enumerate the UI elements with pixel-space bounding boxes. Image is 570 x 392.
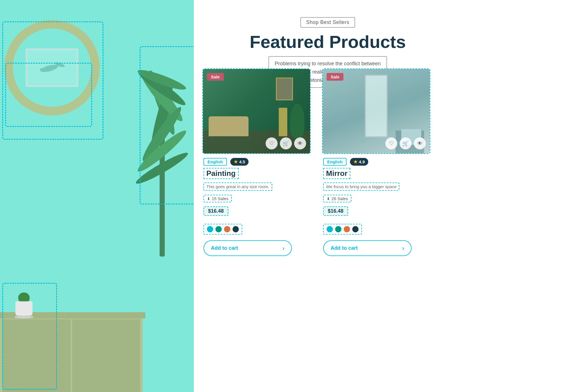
color-swatches-1 bbox=[203, 224, 242, 235]
rating-value-1: 4.5 bbox=[239, 159, 245, 164]
product-desc-text-1: This goes great in any size room. bbox=[203, 182, 272, 191]
swatch-2-teal bbox=[327, 226, 333, 232]
product-name-text-1: Painting bbox=[203, 168, 239, 179]
price-wrapper-2: $16.48 bbox=[323, 206, 429, 219]
add-to-cart-button-2[interactable]: Add to cart › bbox=[323, 240, 412, 256]
cart-button-1[interactable]: 🛒 bbox=[280, 137, 292, 149]
product-card-2: Sale ♡ 🛒 👁 English ★ 4.9 Mirror bbox=[322, 68, 430, 256]
swatch-2-green bbox=[335, 226, 341, 232]
swatch-2-orange bbox=[344, 226, 350, 232]
section-label-text: Shop Best Sellers bbox=[300, 17, 355, 28]
product-desc-wrapper-2: We focus to bring you a bigger space bbox=[323, 182, 429, 193]
language-tag-2: English bbox=[323, 158, 347, 166]
product-image-2: Sale ♡ 🛒 👁 bbox=[322, 68, 430, 154]
star-icon-1: ★ bbox=[234, 159, 238, 164]
product-name-1: Painting bbox=[203, 168, 310, 181]
product-info-1: English ★ 4.5 Painting This goes great i… bbox=[202, 158, 311, 256]
swatch-1-green bbox=[215, 226, 222, 232]
page-title: Featured Products bbox=[245, 32, 410, 52]
product-name-text-2: Mirror bbox=[323, 168, 350, 179]
product-info-2: English ★ 4.9 Mirror We focus to bring y… bbox=[322, 158, 430, 256]
add-to-cart-label-2: Add to cart bbox=[331, 245, 358, 251]
product-desc-wrapper-1: This goes great in any size room. bbox=[203, 182, 310, 193]
sale-badge-2: Sale bbox=[327, 73, 343, 81]
products-grid: Sale ♡ 🛒 👁 English ★ 4.5 Painting bbox=[202, 68, 561, 256]
sales-count-2: ⬇ 26 Sales bbox=[323, 195, 351, 202]
add-to-cart-wrapper-1: Add to cart › bbox=[203, 240, 310, 256]
teal-overlay bbox=[0, 0, 194, 392]
product-tags-1: English ★ 4.5 bbox=[203, 158, 310, 166]
sales-text-2: 26 Sales bbox=[331, 196, 348, 201]
rating-value-2: 4.9 bbox=[359, 159, 365, 164]
sales-icon-1: ⬇ bbox=[207, 196, 210, 201]
right-panel: Shop Best Sellers Featured Products Prob… bbox=[194, 0, 570, 392]
star-icon-2: ★ bbox=[353, 159, 357, 164]
add-to-cart-button-1[interactable]: Add to cart › bbox=[203, 240, 292, 256]
left-panel bbox=[0, 0, 194, 392]
sales-wrapper-1: ⬇ 15 Sales bbox=[203, 195, 310, 205]
product-actions-1: ♡ 🛒 👁 bbox=[266, 137, 306, 149]
sale-badge-1: Sale bbox=[207, 73, 224, 81]
swatch-2-dark bbox=[352, 226, 359, 232]
view-button-2[interactable]: 👁 bbox=[414, 137, 426, 149]
view-button-1[interactable]: 👁 bbox=[294, 137, 306, 149]
product-card-1: Sale ♡ 🛒 👁 English ★ 4.5 Painting bbox=[202, 68, 311, 256]
product-image-1: Sale ♡ 🛒 👁 bbox=[202, 68, 311, 154]
language-tag-1: English bbox=[203, 158, 227, 166]
sales-icon-2: ⬇ bbox=[327, 196, 330, 201]
sales-text-1: 15 Sales bbox=[212, 196, 228, 201]
price-tag-1: $16.48 bbox=[203, 206, 228, 216]
color-swatches-2 bbox=[323, 224, 362, 235]
pot-body bbox=[15, 301, 32, 316]
swatch-1-dark bbox=[233, 226, 239, 232]
pot-saucer bbox=[14, 316, 34, 318]
small-plant-pot bbox=[14, 293, 34, 318]
section-label-badge: Shop Best Sellers bbox=[245, 17, 410, 28]
rating-badge-2: ★ 4.9 bbox=[350, 158, 368, 166]
wishlist-button-2[interactable]: ♡ bbox=[385, 137, 397, 149]
arrow-icon-1: › bbox=[282, 245, 284, 251]
swatch-1-orange bbox=[224, 226, 230, 232]
sales-wrapper-2: ⬇ 26 Sales bbox=[323, 195, 429, 205]
product-desc-text-2: We focus to bring you a bigger space bbox=[323, 182, 399, 191]
price-wrapper-1: $16.48 bbox=[203, 206, 310, 219]
product-tags-2: English ★ 4.9 bbox=[323, 158, 429, 166]
cart-button-2[interactable]: 🛒 bbox=[400, 137, 412, 149]
succulent bbox=[18, 293, 30, 302]
add-to-cart-wrapper-2: Add to cart › bbox=[323, 240, 429, 256]
sales-count-1: ⬇ 15 Sales bbox=[203, 195, 232, 202]
add-to-cart-label-1: Add to cart bbox=[211, 245, 238, 251]
product-name-2: Mirror bbox=[323, 168, 429, 181]
price-tag-2: $16.48 bbox=[323, 206, 348, 216]
arrow-icon-2: › bbox=[402, 245, 404, 251]
swatch-1-teal bbox=[207, 226, 213, 232]
rating-badge-1: ★ 4.5 bbox=[230, 158, 249, 166]
wishlist-button-1[interactable]: ♡ bbox=[266, 137, 278, 149]
product-actions-2: ♡ 🛒 👁 bbox=[385, 137, 426, 149]
